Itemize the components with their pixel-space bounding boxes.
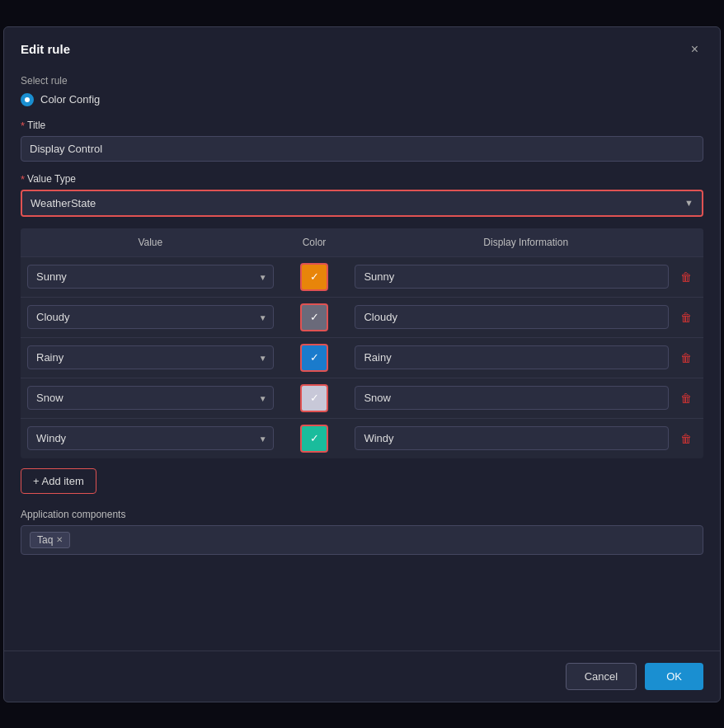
app-components-section: Application components Taq ✕ — [21, 509, 703, 555]
value-type-select[interactable]: WeatherState — [22, 191, 702, 215]
color-check-icon: ✓ — [310, 352, 319, 363]
tag-chip-taq: Taq ✕ — [30, 532, 70, 548]
color-check-icon: ✓ — [310, 433, 319, 444]
delete-row-button[interactable]: 🗑 — [675, 348, 697, 368]
select-rule-label: Select rule — [21, 75, 703, 87]
delete-row-button[interactable]: 🗑 — [675, 267, 697, 287]
table-row: Cloudy ▼ ✓ 🗑 — [21, 297, 703, 337]
display-info-input[interactable] — [355, 345, 669, 369]
modal-body: Select rule Color Config * Title * Value… — [4, 67, 720, 651]
tag-input-area[interactable]: Taq ✕ — [21, 525, 703, 555]
display-info-input[interactable] — [355, 265, 669, 289]
value-select-wrapper: Cloudy ▼ — [27, 305, 274, 329]
display-info-row: 🗑 — [355, 305, 697, 329]
color-config-radio-row[interactable]: Color Config — [21, 93, 703, 106]
color-picker-button[interactable]: ✓ — [300, 344, 328, 372]
color-cell: ✓ — [280, 418, 349, 458]
color-config-radio[interactable] — [21, 93, 34, 106]
display-info-cell: 🗑 — [348, 418, 703, 458]
color-picker-button[interactable]: ✓ — [300, 263, 328, 291]
value-select[interactable]: Sunny — [27, 265, 274, 289]
add-item-button[interactable]: + Add item — [21, 468, 96, 494]
app-components-label: Application components — [21, 509, 703, 520]
color-cell: ✓ — [280, 337, 349, 378]
display-info-input[interactable] — [355, 426, 669, 450]
color-cell: ✓ — [280, 256, 349, 297]
color-picker-button[interactable]: ✓ — [300, 303, 328, 331]
modal-header: Edit rule × — [4, 27, 720, 67]
value-select[interactable]: Rainy — [27, 345, 274, 369]
value-select-wrapper: Snow ▼ — [27, 386, 274, 410]
display-info-input[interactable] — [355, 305, 669, 329]
value-select[interactable]: Cloudy — [27, 305, 274, 329]
table-row: Rainy ▼ ✓ 🗑 — [21, 337, 703, 378]
col-color-header: Color — [280, 228, 349, 257]
value-select[interactable]: Snow — [27, 386, 274, 410]
ok-button[interactable]: OK — [645, 663, 703, 690]
title-field-group: * Title — [21, 120, 703, 162]
title-label: * Title — [21, 120, 703, 132]
color-cell: ✓ — [280, 378, 349, 418]
color-cell: ✓ — [280, 297, 349, 337]
value-type-required-star: * — [21, 173, 25, 186]
color-check-icon: ✓ — [310, 271, 319, 282]
table-row: Windy ▼ ✓ 🗑 — [21, 418, 703, 458]
title-required-star: * — [21, 120, 25, 132]
value-cell: Windy ▼ — [21, 418, 280, 458]
edit-rule-modal: Edit rule × Select rule Color Config * T… — [3, 26, 721, 702]
color-picker-button[interactable]: ✓ — [300, 425, 328, 453]
value-cell: Snow ▼ — [21, 378, 280, 418]
value-cell: Cloudy ▼ — [21, 297, 280, 337]
value-cell: Rainy ▼ — [21, 337, 280, 378]
display-info-row: 🗑 — [355, 265, 697, 289]
close-button[interactable]: × — [686, 40, 703, 59]
display-info-row: 🗑 — [355, 426, 697, 450]
value-select[interactable]: Windy — [27, 426, 274, 450]
value-type-field-group: * Value Type WeatherState ▼ — [21, 173, 703, 217]
title-label-text: Title — [27, 120, 45, 131]
modal-title: Edit rule — [21, 42, 70, 56]
modal-overlay: Edit rule × Select rule Color Config * T… — [0, 0, 724, 728]
display-info-cell: 🗑 — [348, 297, 703, 337]
display-info-row: 🗑 — [355, 386, 697, 410]
color-config-table: Value Color Display Information Sunny ▼ … — [21, 228, 703, 458]
table-row: Sunny ▼ ✓ 🗑 — [21, 256, 703, 297]
color-picker-button[interactable]: ✓ — [300, 384, 328, 412]
color-check-icon: ✓ — [310, 312, 319, 322]
table-row: Snow ▼ ✓ 🗑 — [21, 378, 703, 418]
title-input[interactable] — [21, 136, 703, 162]
tag-chip-label: Taq — [37, 534, 53, 546]
value-select-wrapper: Rainy ▼ — [27, 345, 274, 369]
display-info-cell: 🗑 — [348, 337, 703, 378]
modal-footer: Cancel OK — [4, 651, 720, 702]
display-info-input[interactable] — [355, 386, 669, 410]
value-cell: Sunny ▼ — [21, 256, 280, 297]
value-type-select-wrapper: WeatherState ▼ — [22, 191, 702, 215]
display-info-cell: 🗑 — [348, 256, 703, 297]
value-type-label-text: Value Type — [27, 173, 76, 185]
delete-row-button[interactable]: 🗑 — [675, 388, 697, 408]
value-type-label: * Value Type — [21, 173, 703, 186]
col-value-header: Value — [21, 228, 280, 257]
value-select-wrapper: Windy ▼ — [27, 426, 274, 450]
color-check-icon: ✓ — [310, 392, 319, 403]
value-type-wrapper: WeatherState ▼ — [21, 190, 703, 217]
display-info-row: 🗑 — [355, 345, 697, 369]
cancel-button[interactable]: Cancel — [566, 663, 637, 690]
delete-row-button[interactable]: 🗑 — [675, 429, 697, 449]
color-config-label: Color Config — [40, 93, 100, 106]
table-header-row: Value Color Display Information — [21, 228, 703, 257]
col-display-header: Display Information — [348, 228, 703, 257]
display-info-cell: 🗑 — [348, 378, 703, 418]
tag-chip-close-icon[interactable]: ✕ — [56, 535, 63, 544]
delete-row-button[interactable]: 🗑 — [675, 308, 697, 327]
value-select-wrapper: Sunny ▼ — [27, 265, 274, 289]
